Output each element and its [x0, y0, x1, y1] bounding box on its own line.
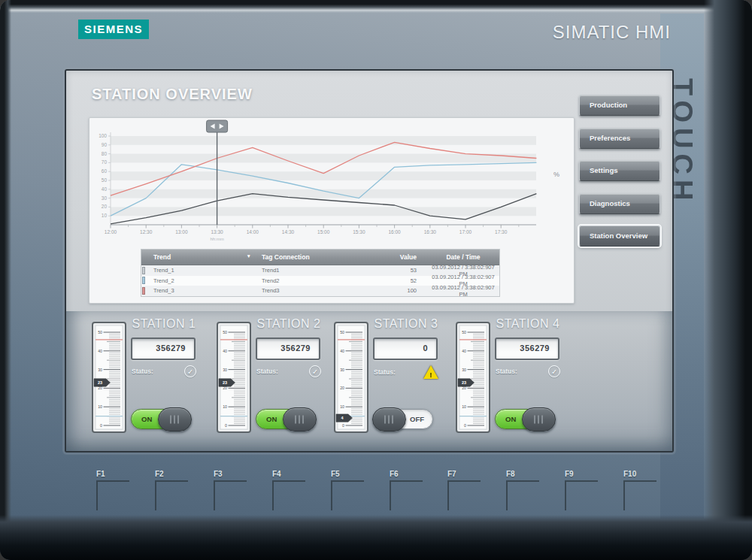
- svg-text:17:30: 17:30: [495, 229, 508, 235]
- svg-text:14:30: 14:30: [282, 229, 295, 235]
- status-label: Status:: [132, 368, 153, 375]
- svg-text:14:00: 14:00: [247, 229, 259, 235]
- bezel-bottom-edge: [0, 515, 752, 560]
- function-key-label: F10: [623, 470, 669, 478]
- column-header-tag-connection: Tag Connection: [262, 253, 382, 261]
- svg-text:23: 23: [462, 380, 466, 385]
- svg-text:30: 30: [223, 368, 227, 372]
- cell-tag: Trend2: [262, 277, 382, 284]
- function-key-f7[interactable]: F7: [447, 470, 493, 510]
- station-1-slider[interactable]: 0 10 20 30 40 50 23: [92, 322, 126, 433]
- svg-text:20: 20: [340, 386, 344, 390]
- station-3-slider[interactable]: 0 10 20 30 40 50 4: [334, 322, 368, 433]
- toggle-knob[interactable]: [283, 407, 317, 431]
- nav-button-production[interactable]: Production: [579, 95, 660, 116]
- toggle-state-label: ON: [505, 415, 516, 423]
- function-key-bracket: [623, 480, 656, 510]
- station-3-toggle[interactable]: OFF: [373, 409, 433, 429]
- toggle-grip-icon: [384, 416, 395, 424]
- status-warning-icon: !: [423, 365, 438, 379]
- cell-value: 52: [382, 277, 427, 284]
- column-header-trend[interactable]: Trend▼: [141, 253, 262, 261]
- svg-text:50: 50: [340, 330, 344, 334]
- function-key-f5[interactable]: F5: [331, 470, 376, 510]
- station-status-row: Status: ✓: [496, 365, 560, 377]
- toggle-knob[interactable]: [372, 407, 406, 431]
- trend-panel: 10 20 30 40 50 60 70 80 90 100 12:00 12:…: [89, 117, 575, 304]
- hmi-screen: STATION OVERVIEW 10 20 30 40 50 60 70 80…: [65, 69, 674, 453]
- station-2-toggle[interactable]: ON: [256, 409, 316, 429]
- column-header-datetime: Date / Time: [427, 253, 499, 261]
- svg-text:0: 0: [100, 423, 102, 428]
- toggle-grip-icon: [534, 416, 544, 424]
- chart-cursor-handle[interactable]: [207, 120, 228, 132]
- function-key-f2[interactable]: F2: [155, 470, 200, 510]
- nav-button-settings[interactable]: Settings: [579, 160, 660, 181]
- nav-button-diagnostics[interactable]: Diagnostics: [579, 193, 660, 214]
- svg-text:40: 40: [462, 349, 466, 353]
- svg-text:30: 30: [340, 368, 344, 372]
- svg-text:40: 40: [340, 349, 344, 353]
- station-status-row: Status: !: [374, 365, 438, 379]
- svg-text:30: 30: [462, 368, 466, 372]
- function-key-label: F5: [331, 470, 376, 478]
- nav-button-preferences[interactable]: Preferences: [579, 128, 660, 149]
- status-ok-icon: ✓: [548, 365, 560, 377]
- page-title: STATION OVERVIEW: [92, 86, 253, 103]
- bezel-left-edge: [0, 0, 11, 560]
- svg-text:70: 70: [102, 159, 108, 165]
- station-2-slider[interactable]: 0 10 20 30 40 50 23: [217, 322, 251, 433]
- cell-datetime: 03.09.2012 / 3:38:02:907 PM: [427, 284, 499, 298]
- function-key-bracket: [155, 480, 188, 510]
- bezel-right-edge: [704, 0, 752, 560]
- stations-area: 0 10 20 30 40 50 23 STATION 1 356279 Sta…: [66, 311, 672, 451]
- column-header-value: Value: [382, 253, 427, 261]
- toggle-knob[interactable]: [158, 407, 192, 431]
- svg-text:10: 10: [462, 404, 466, 409]
- station-4-slider[interactable]: 0 10 20 30 40 50 23: [456, 322, 490, 433]
- trend-chart[interactable]: 10 20 30 40 50 60 70 80 90 100 12:00 12:…: [89, 120, 575, 247]
- svg-text:100: 100: [99, 133, 107, 138]
- cell-value: 53: [382, 267, 427, 274]
- cell-trend: Trend_3: [141, 287, 262, 294]
- function-key-f1[interactable]: F1: [96, 470, 141, 510]
- bezel-top-edge: [0, 0, 752, 13]
- svg-text:40: 40: [98, 349, 102, 353]
- station-4-toggle[interactable]: ON: [495, 409, 555, 429]
- svg-text:13:30: 13:30: [211, 229, 223, 235]
- svg-text:20: 20: [102, 204, 108, 209]
- function-key-bracket: [214, 480, 247, 510]
- function-key-f8[interactable]: F8: [506, 470, 551, 510]
- function-key-bracket: [506, 480, 539, 510]
- cell-tag: Trend3: [262, 287, 382, 294]
- toggle-knob[interactable]: [522, 407, 556, 431]
- function-key-label: F8: [506, 470, 551, 478]
- station-1-toggle[interactable]: ON: [131, 409, 191, 429]
- function-key-label: F7: [447, 470, 493, 478]
- trend-table-row: Trend_3 Trend3 100 03.09.2012 / 3:38:02:…: [141, 286, 499, 296]
- cell-trend: Trend_1: [141, 267, 262, 274]
- toggle-grip-icon: [170, 416, 180, 424]
- function-key-f6[interactable]: F6: [390, 470, 435, 510]
- svg-text:30: 30: [102, 195, 108, 201]
- toggle-state-label: ON: [141, 415, 152, 423]
- function-key-bracket: [447, 480, 481, 510]
- svg-text:16:00: 16:00: [388, 229, 401, 235]
- station-1: 0 10 20 30 40 50 23 STATION 1 356279 Sta…: [90, 319, 220, 447]
- function-key-f9[interactable]: F9: [565, 470, 610, 510]
- svg-text:90: 90: [102, 142, 108, 147]
- function-key-f3[interactable]: F3: [214, 470, 259, 510]
- toggle-grip-icon: [295, 416, 305, 424]
- function-key-f10[interactable]: F10: [623, 470, 669, 510]
- status-label: Status:: [496, 368, 517, 375]
- station-value-display: 356279: [256, 338, 320, 360]
- status-label: Status:: [374, 368, 396, 376]
- svg-text:0: 0: [464, 423, 466, 428]
- function-key-bracket: [331, 480, 364, 510]
- function-key-label: F4: [272, 470, 317, 478]
- function-key-f4[interactable]: F4: [272, 470, 317, 510]
- nav-button-station-overview[interactable]: Station Overview: [579, 226, 660, 247]
- hmi-device: TOUCH SIEMENS SIMATIC HMI STATION OVERVI…: [0, 0, 752, 560]
- status-label: Status:: [256, 368, 278, 375]
- sort-caret-icon[interactable]: ▼: [247, 253, 251, 259]
